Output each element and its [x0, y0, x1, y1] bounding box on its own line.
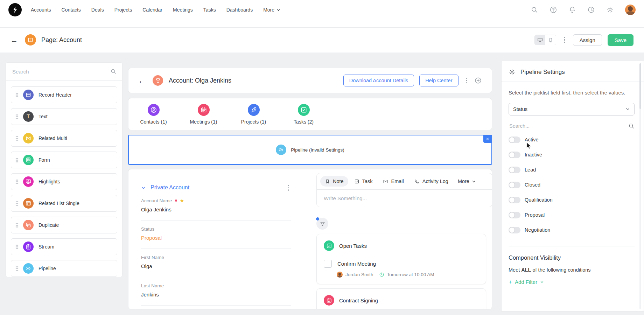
help-icon[interactable]: [550, 6, 557, 14]
field-label: Last Name: [141, 283, 164, 288]
toggle-switch[interactable]: [509, 167, 520, 173]
search-icon: [110, 68, 117, 75]
settings-panel-title: Pipeline Settings: [520, 69, 565, 76]
form-component: Private Account Account Name ★ Olga Jenk…: [128, 169, 301, 309]
tab-activity-log[interactable]: Activity Log: [410, 176, 453, 187]
remove-component-button[interactable]: [483, 135, 492, 143]
toggle-row-closed: Closed: [509, 177, 635, 192]
toggle-label: Negotiation: [525, 227, 550, 233]
form-section-title[interactable]: Private Account: [150, 184, 189, 191]
nav-item-deals[interactable]: Deals: [91, 7, 104, 13]
navbar-actions: [531, 5, 636, 15]
app-logo[interactable]: [8, 3, 22, 16]
nav-item-accounts[interactable]: Accounts: [31, 7, 51, 13]
recent-activity-clock-icon[interactable]: [587, 6, 595, 14]
values-search-input[interactable]: [509, 123, 625, 129]
drag-handle-icon[interactable]: [15, 136, 19, 141]
record-header-kebab-menu[interactable]: [464, 76, 469, 85]
settings-gear-icon[interactable]: [606, 6, 614, 14]
help-center-button[interactable]: Help Center: [419, 75, 458, 86]
toggle-switch[interactable]: [509, 227, 520, 233]
sidebar-item-stream[interactable]: Stream: [11, 238, 117, 255]
tab-more-menu[interactable]: More: [454, 176, 479, 187]
nav-more-menu[interactable]: More: [263, 7, 280, 13]
task-title[interactable]: Confirm Meeting: [337, 261, 376, 267]
nav-item-projects[interactable]: Projects: [114, 7, 132, 13]
pipeline-component-selected[interactable]: Pipeline (Invalid Settings): [128, 135, 492, 165]
picklist-field-select[interactable]: Status: [509, 103, 635, 115]
stream-filter-button[interactable]: [316, 218, 328, 230]
due-clock-icon: [379, 272, 384, 277]
nav-item-meetings[interactable]: Meetings: [173, 7, 193, 13]
tasks-check-icon: [324, 240, 334, 251]
note-input[interactable]: [323, 195, 487, 202]
scrollbar[interactable]: [639, 63, 641, 309]
drag-handle-icon[interactable]: [15, 223, 19, 228]
download-account-details-button[interactable]: Download Account Details: [343, 75, 414, 86]
mobile-preview-button[interactable]: [545, 35, 556, 45]
drag-handle-icon[interactable]: [15, 179, 19, 184]
sidebar-item-pipeline[interactable]: Pipeline: [11, 260, 117, 277]
toggle-switch[interactable]: [509, 136, 520, 143]
nav-item-tasks[interactable]: Tasks: [203, 7, 216, 13]
field-status: Status Proposal: [141, 220, 291, 249]
save-button[interactable]: Save: [608, 34, 634, 46]
field-label: First Name: [141, 255, 164, 260]
nav-item-calendar[interactable]: Calendar: [142, 7, 162, 13]
drag-handle-icon[interactable]: [15, 201, 19, 206]
toggle-switch[interactable]: [509, 152, 520, 158]
sidebar-item-record-header[interactable]: Record Header: [11, 86, 117, 103]
sidebar-item-form[interactable]: Form: [11, 152, 117, 168]
form-kebab-menu[interactable]: [286, 183, 291, 192]
toggle-switch[interactable]: [509, 212, 520, 218]
tab-email[interactable]: Email: [378, 176, 408, 187]
task-checkbox[interactable]: [324, 260, 332, 268]
sidebar-search-input[interactable]: [12, 68, 107, 75]
back-arrow-icon[interactable]: ←: [10, 36, 18, 44]
sidebar-item-related-multi[interactable]: Related Multi: [11, 130, 117, 147]
drag-handle-icon[interactable]: [15, 92, 19, 98]
tab-task[interactable]: Task: [350, 176, 377, 187]
toggle-switch[interactable]: [509, 182, 520, 188]
field-last-name: Last Name Jenkins: [141, 277, 291, 306]
sidebar-item-highlights[interactable]: Highlights: [11, 173, 117, 190]
drag-handle-icon[interactable]: [15, 158, 19, 163]
search-icon[interactable]: [531, 6, 538, 14]
page-header: ← Page: Account Assign Save: [0, 20, 644, 52]
desktop-preview-button[interactable]: [535, 35, 545, 45]
drag-handle-icon[interactable]: [15, 244, 19, 250]
check-square-icon: [354, 179, 359, 184]
sidebar-item-related-list-single[interactable]: Related List Single: [11, 195, 117, 212]
sidebar-search: [6, 63, 122, 80]
field-first-name: First Name Olga: [141, 249, 291, 277]
related-multi-icon: [23, 133, 34, 144]
sidebar-item-text[interactable]: T Text: [11, 108, 117, 125]
related-meetings[interactable]: Meetings (1): [178, 104, 229, 125]
drag-handle-icon[interactable]: [15, 266, 19, 271]
related-label: Projects (1): [241, 119, 266, 125]
nav-item-dashboards[interactable]: Dashboards: [226, 7, 253, 13]
toggle-switch[interactable]: [509, 197, 520, 203]
back-arrow-icon[interactable]: ←: [138, 77, 146, 84]
related-contacts[interactable]: Contacts (1): [128, 104, 178, 125]
assign-button[interactable]: Assign: [573, 34, 602, 46]
related-tasks[interactable]: Tasks (2): [279, 104, 329, 125]
drag-handle-icon[interactable]: [15, 114, 19, 119]
page-header-kebab-menu[interactable]: [562, 36, 567, 44]
nav-item-contacts[interactable]: Contacts: [62, 7, 81, 13]
pipeline-icon: [23, 263, 34, 274]
field-account-type: Account Type: [141, 306, 291, 310]
user-avatar[interactable]: [625, 5, 636, 15]
notifications-bell-icon[interactable]: [568, 6, 576, 14]
visibility-condition-text: Meet ALL of the following conditions: [509, 267, 635, 273]
record-header-component[interactable]: ← Account: Olga Jenkins Download Account…: [128, 68, 492, 93]
collapse-chevron-icon[interactable]: [141, 186, 146, 190]
related-projects[interactable]: Projects (1): [229, 104, 279, 125]
tab-note[interactable]: Note: [320, 176, 348, 187]
add-filter-button[interactable]: + Add Filter: [509, 279, 635, 285]
sidebar-item-duplicate[interactable]: Duplicate: [11, 217, 117, 233]
add-plus-icon[interactable]: [474, 77, 482, 84]
funnel-icon: [320, 221, 326, 227]
related-multi-component[interactable]: Contacts (1) Meetings (1) Projects (1) T…: [128, 98, 492, 130]
add-filter-label: Add Filter: [515, 279, 537, 285]
